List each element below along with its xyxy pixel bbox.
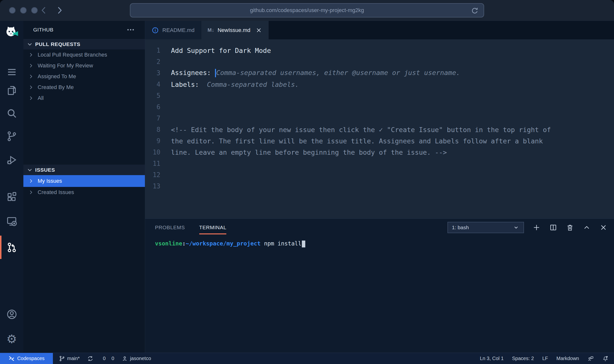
editor-line[interactable]: 7 xyxy=(145,113,614,124)
tree-item-all[interactable]: All xyxy=(23,93,145,104)
tab-problems[interactable]: PROBLEMS xyxy=(155,219,185,236)
extensions-view-button[interactable] xyxy=(0,185,23,209)
line-number: 9 xyxy=(145,137,160,145)
window-controls xyxy=(9,7,38,14)
tree-item-local-pull-request-branches[interactable]: Local Pull Request Branches xyxy=(23,49,145,60)
editor-line[interactable]: 1Add Support for Dark Mode xyxy=(145,45,614,56)
notification-dot xyxy=(606,356,608,357)
line-text: Labels: xyxy=(171,81,207,88)
line-number: 11 xyxy=(145,160,160,167)
chevron-right-icon xyxy=(28,52,34,58)
window-zoom-button[interactable] xyxy=(31,7,38,14)
editor-line[interactable]: 10line. Leave an empty line before begin… xyxy=(145,147,614,158)
tree-item-label: Created By Me xyxy=(38,84,74,91)
feedback-button[interactable] xyxy=(587,355,594,362)
notifications-button[interactable] xyxy=(602,355,609,362)
maximize-panel-button[interactable] xyxy=(583,223,591,232)
eol-status[interactable]: LF xyxy=(542,356,548,361)
reload-button[interactable] xyxy=(471,7,479,15)
line-number: 3 xyxy=(145,69,160,77)
remote-indicator[interactable]: Codespaces xyxy=(0,353,53,364)
tab-newissue[interactable]: M↓ NewIssue.md xyxy=(201,21,269,39)
line-number: 10 xyxy=(145,149,160,156)
tree-item-my-issues[interactable]: My Issues xyxy=(23,175,145,187)
tree-item-assigned-to-me[interactable]: Assigned To Me xyxy=(23,71,145,82)
terminal-shell-select[interactable]: 1: bash xyxy=(447,222,524,233)
github-codespaces-logo xyxy=(0,21,23,44)
menu-icon xyxy=(6,66,17,78)
person-icon xyxy=(122,355,128,362)
section-header-issues[interactable]: ISSUES xyxy=(23,164,145,175)
tree-item-waiting-for-my-review[interactable]: Waiting For My Review xyxy=(23,60,145,71)
remote-explorer-view-button[interactable] xyxy=(0,209,23,233)
source-control-view-button[interactable] xyxy=(0,124,23,148)
editor-line[interactable]: 4Labels: Comma-separated labels. xyxy=(145,79,614,90)
sync-icon xyxy=(87,355,93,362)
branch-label: main* xyxy=(67,356,80,361)
chevron-right-icon xyxy=(28,178,34,184)
section-header-pull-requests[interactable]: PULL REQUESTS xyxy=(23,39,145,49)
window-close-button[interactable] xyxy=(9,7,15,14)
editor-line[interactable]: 11 xyxy=(145,158,614,169)
address-bar[interactable]: github.com/codespaces/user-my-project-mg… xyxy=(130,3,484,17)
tree-item-label: My Issues xyxy=(38,178,62,184)
problems-status[interactable]: 0 0 xyxy=(101,356,114,361)
activity-bar: ⚙ xyxy=(0,21,23,353)
account-button[interactable] xyxy=(0,303,23,326)
close-tab-button[interactable] xyxy=(255,27,262,34)
indentation-status[interactable]: Spaces: 2 xyxy=(512,356,534,361)
window-minimize-button[interactable] xyxy=(20,7,27,14)
sidebar-title: GITHUB xyxy=(33,27,53,33)
sync-status[interactable] xyxy=(87,355,93,362)
line-text: Add Support for Dark Mode xyxy=(171,47,271,54)
tree-item-created-by-me[interactable]: Created By Me xyxy=(23,82,145,93)
editor-line[interactable]: 12 xyxy=(145,169,614,181)
comment-text: <!-- Edit the body of your new issue the… xyxy=(171,126,551,134)
editor-line[interactable]: 3Assignees: Comma-separated usernames, e… xyxy=(145,67,614,79)
editor-line[interactable]: 5 xyxy=(145,90,614,101)
remote-label: Codespaces xyxy=(17,356,45,361)
placeholder-text: Comma-separated usernames, either @usern… xyxy=(216,69,460,76)
editor-line[interactable]: 9the editor. The first line will be the … xyxy=(145,135,614,147)
terminal-cursor xyxy=(302,241,305,247)
github-pull-requests-view-button[interactable] xyxy=(0,236,23,259)
editor-line[interactable]: 13 xyxy=(145,181,614,192)
text-cursor xyxy=(215,69,216,77)
terminal[interactable]: vsonline:~/workspace/my_project npm inst… xyxy=(145,236,614,247)
language-mode-status[interactable]: Markdown xyxy=(556,356,579,361)
tab-bar: README.md M↓ NewIssue.md xyxy=(145,21,614,39)
run-debug-view-button[interactable] xyxy=(0,148,23,172)
settings-button[interactable]: ⚙ xyxy=(0,327,23,351)
explorer-view-button[interactable] xyxy=(0,79,23,102)
section-label: PULL REQUESTS xyxy=(35,41,80,47)
editor-line[interactable]: 8<!-- Edit the body of your new issue th… xyxy=(145,124,614,135)
search-view-button[interactable] xyxy=(0,102,23,125)
terminal-command: npm install xyxy=(261,240,301,247)
editor-line[interactable]: 2 xyxy=(145,56,614,67)
back-button[interactable] xyxy=(39,5,49,15)
forward-button[interactable] xyxy=(55,5,64,15)
line-number: 4 xyxy=(145,81,160,88)
close-panel-button[interactable] xyxy=(599,223,608,232)
signed-in-user[interactable]: jasonetco xyxy=(122,355,151,362)
tab-readme[interactable]: README.md xyxy=(145,21,201,39)
line-number: 1 xyxy=(145,47,160,54)
close-icon xyxy=(599,223,608,232)
editor[interactable]: 1Add Support for Dark Mode 2 3Assignees:… xyxy=(145,39,614,218)
chevron-down-icon xyxy=(26,167,33,173)
comment-text: line. Leave an empty line before beginni… xyxy=(171,149,447,156)
sidebar-more-button[interactable] xyxy=(126,25,135,34)
line-number: 5 xyxy=(145,92,160,99)
kill-terminal-button[interactable] xyxy=(566,223,574,232)
new-terminal-button[interactable] xyxy=(532,223,541,232)
split-terminal-button[interactable] xyxy=(549,223,557,232)
panel-tab-label: TERMINAL xyxy=(199,225,227,230)
tab-terminal[interactable]: TERMINAL xyxy=(199,219,227,236)
tree-item-created-issues[interactable]: Created Issues xyxy=(23,187,145,198)
editor-line[interactable]: 6 xyxy=(145,101,614,113)
chevron-left-icon xyxy=(39,5,49,15)
split-pane-icon xyxy=(549,223,557,232)
cursor-position-status[interactable]: Ln 3, Col 1 xyxy=(480,356,504,361)
branch-status[interactable]: main* xyxy=(59,355,80,362)
line-number: 2 xyxy=(145,58,160,65)
